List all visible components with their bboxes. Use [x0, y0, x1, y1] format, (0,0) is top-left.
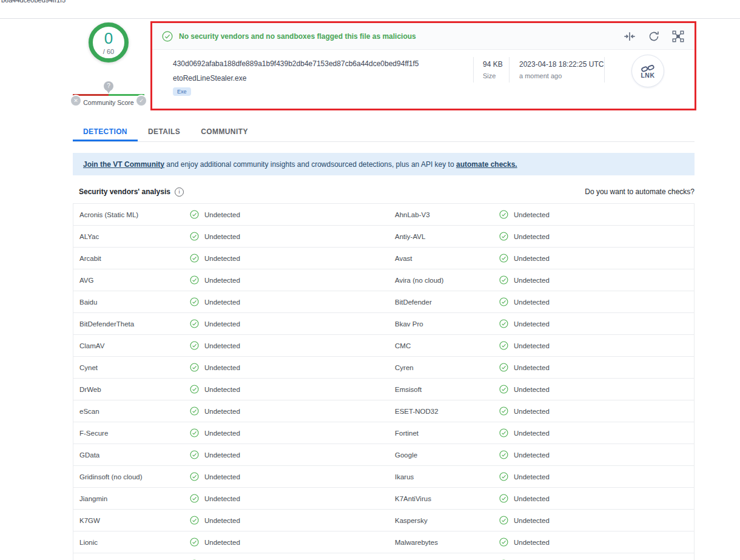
- status-label: Undetected: [204, 408, 240, 415]
- vendor-name: BitDefenderTheta: [79, 320, 190, 328]
- status-label: Undetected: [204, 386, 240, 393]
- score-denominator: / 60: [103, 48, 114, 55]
- check-circle-icon: [499, 516, 508, 525]
- graph-icon[interactable]: [671, 30, 685, 43]
- card-toolbar: [623, 30, 685, 43]
- status-label: Undetected: [204, 495, 240, 502]
- automate-checks-link[interactable]: automate checks.: [456, 160, 517, 169]
- vendor-name: Acronis (Static ML): [79, 211, 190, 218]
- status-label: Undetected: [514, 386, 550, 393]
- card-body: 430d0692afaba188dfe889a1b9f439b2db4e7153…: [152, 50, 695, 107]
- vendor-name: K7GW: [79, 517, 190, 524]
- question-pin-icon[interactable]: ?: [104, 81, 113, 91]
- divider: [473, 57, 474, 83]
- check-circle-icon: [190, 210, 199, 219]
- vendor-status: Undetected: [499, 319, 694, 328]
- vendor-row: GData Undetected Google Undetected: [73, 444, 694, 465]
- status-label: Undetected: [514, 364, 550, 371]
- tab-detection[interactable]: DETECTION: [73, 123, 138, 141]
- status-label: Undetected: [204, 539, 240, 546]
- check-circle-icon: [499, 341, 508, 350]
- vendor-name: Arcabit: [79, 255, 190, 262]
- vendor-name: GData: [79, 451, 190, 459]
- vendor-name: BitDefender: [395, 299, 499, 306]
- status-label: Undetected: [204, 473, 240, 481]
- status-label: Undetected: [514, 473, 550, 481]
- vendor-name: ClamAV: [79, 342, 190, 349]
- vendor-status: Undetected: [190, 428, 395, 437]
- file-type-tag[interactable]: Exe: [173, 87, 191, 96]
- lnk-file-type-badge[interactable]: LNK: [631, 55, 664, 87]
- vendor-status: Undetected: [190, 450, 395, 459]
- check-circle-icon: [499, 385, 508, 394]
- vendor-row: K7GW Undetected Kaspersky Undetected: [73, 509, 694, 531]
- vendor-status: Undetected: [499, 472, 694, 481]
- status-label: Undetected: [514, 233, 550, 240]
- scan-date-relative: a moment ago: [519, 70, 604, 82]
- compare-icon[interactable]: [623, 30, 636, 43]
- vendor-status: Undetected: [190, 297, 395, 306]
- vendor-name: F-Secure: [79, 430, 190, 437]
- vendor-name: Ikarus: [395, 473, 499, 481]
- tab-details[interactable]: DETAILS: [138, 123, 190, 141]
- divider: [509, 57, 510, 83]
- vendor-status: Undetected: [190, 516, 395, 525]
- status-message-text: No security vendors and no sandboxes fla…: [179, 32, 416, 41]
- vendor-row: MAX Undetected MaxSecure Undetected: [73, 553, 694, 560]
- check-circle-icon: [190, 516, 199, 525]
- vendor-name: Malwarebytes: [395, 539, 499, 546]
- vendor-name: Google: [395, 451, 499, 459]
- vendor-status: Undetected: [499, 254, 694, 263]
- vendor-status: Undetected: [499, 494, 694, 503]
- check-circle-icon: [499, 275, 508, 285]
- check-circle-icon: [190, 363, 199, 372]
- check-circle-icon: [190, 275, 199, 285]
- check-circle-icon: [190, 232, 199, 241]
- join-vt-community-link[interactable]: Join the VT Community: [83, 160, 164, 169]
- vendor-name: Lionic: [79, 539, 190, 546]
- score-ring: 0 / 60: [89, 22, 129, 62]
- status-label: Undetected: [204, 517, 240, 524]
- file-size-value: 94 KB: [483, 59, 503, 70]
- check-circle-icon: [499, 472, 508, 481]
- vendor-name: Emsisoft: [395, 386, 499, 393]
- automate-checks-prompt[interactable]: Do you want to automate checks?: [585, 187, 695, 196]
- check-circle-icon: [499, 319, 508, 328]
- vendor-name: Fortinet: [395, 430, 499, 437]
- vendor-row: DrWeb Undetected Emsisoft Undetected: [73, 378, 694, 400]
- check-circle-icon: [499, 428, 508, 437]
- check-circle-icon: [190, 538, 199, 547]
- check-circle-icon: [190, 428, 199, 437]
- tab-community[interactable]: COMMUNITY: [190, 123, 258, 141]
- vendor-status: Undetected: [190, 538, 395, 547]
- reanalyze-icon[interactable]: [647, 30, 661, 43]
- check-circle-icon: [190, 254, 199, 263]
- vendor-row: Arcabit Undetected Avast Undetected: [73, 247, 694, 269]
- banner-text: and enjoy additional community insights …: [164, 160, 456, 169]
- vendor-name: Jiangmin: [79, 495, 190, 502]
- vendor-name: Kaspersky: [395, 517, 499, 524]
- status-label: Undetected: [204, 451, 240, 459]
- check-circle-icon: [499, 363, 508, 372]
- scan-date-block: 2023-04-18 18:22:25 UTC a moment ago: [519, 59, 604, 82]
- status-label: Undetected: [204, 277, 240, 284]
- status-label: Undetected: [514, 539, 550, 546]
- status-label: Undetected: [514, 211, 550, 218]
- divider: [604, 57, 605, 83]
- vendor-status: Undetected: [499, 232, 694, 241]
- info-icon[interactable]: i: [175, 187, 184, 197]
- vendor-name: Cyren: [395, 364, 499, 371]
- vendor-status: Undetected: [499, 363, 694, 372]
- vendor-row: ClamAV Undetected CMC Undetected: [73, 334, 694, 356]
- vendor-status: Undetected: [190, 363, 395, 372]
- vendor-row: eScan Undetected ESET-NOD32 Undetected: [73, 400, 694, 422]
- vendor-row: BitDefenderTheta Undetected Bkav Pro Und…: [73, 312, 694, 334]
- vendor-name: K7AntiVirus: [395, 495, 499, 502]
- file-name: etoRedLineStealer.exe: [173, 74, 246, 83]
- vendor-row: Lionic Undetected Malwarebytes Undetecte…: [73, 531, 694, 553]
- scan-date-value: 2023-04-18 18:22:25 UTC: [519, 59, 604, 70]
- vendor-name: Avast: [395, 255, 499, 262]
- vendor-row: Gridinsoft (no cloud) Undetected Ikarus …: [73, 465, 694, 487]
- status-label: Undetected: [514, 342, 550, 349]
- vendor-status: Undetected: [499, 428, 694, 437]
